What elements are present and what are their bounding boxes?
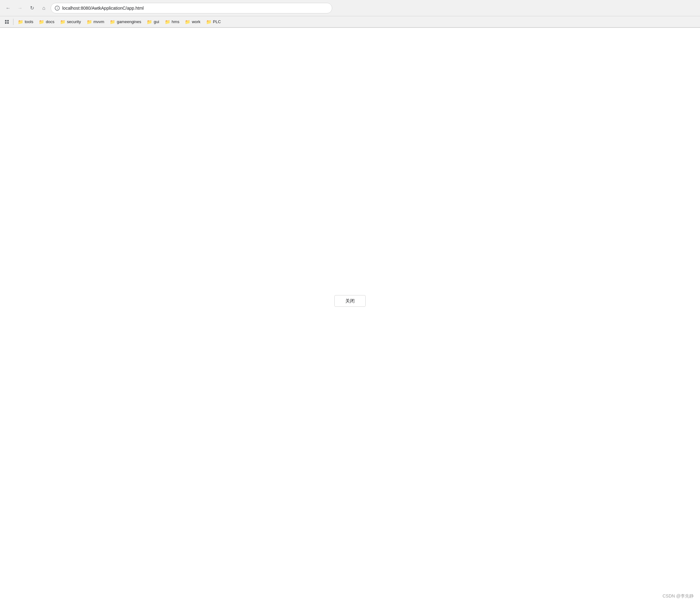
forward-icon: → (18, 5, 23, 11)
apps-button[interactable] (2, 18, 11, 26)
bookmark-item-plc[interactable]: 📁 PLC (204, 18, 223, 26)
bookmark-label-tools: tools (25, 19, 33, 24)
address-bar[interactable]: i localhost:8080/AwtkApplicationC/app.ht… (51, 3, 332, 14)
folder-icon: 📁 (147, 19, 152, 24)
bookmark-item-work[interactable]: 📁 work (182, 18, 203, 26)
folder-icon: 📁 (39, 19, 44, 24)
folder-icon: 📁 (18, 19, 23, 24)
reload-icon: ↻ (30, 5, 34, 11)
main-content: 关闭 CSDN @李先静 (0, 28, 700, 605)
reload-button[interactable]: ↻ (27, 3, 37, 13)
nav-bar: ← → ↻ ⌂ i localhost:8080/AwtkApplication… (0, 0, 700, 16)
bookmark-label-docs: docs (46, 19, 54, 24)
folder-icon: 📁 (206, 19, 211, 24)
watermark: CSDN @李先静 (662, 594, 694, 599)
url-text: localhost:8080/AwtkApplicationC/app.html (62, 6, 328, 10)
svg-text:i: i (57, 6, 57, 10)
bookmark-item-mvvm[interactable]: 📁 mvvm (84, 18, 107, 26)
folder-icon: 📁 (110, 19, 115, 24)
bookmarks-divider (13, 19, 14, 25)
forward-button[interactable]: → (15, 3, 25, 13)
bookmark-label-work: work (192, 19, 200, 24)
bookmark-label-gameengines: gameengines (117, 19, 141, 24)
browser-chrome: ← → ↻ ⌂ i localhost:8080/AwtkApplication… (0, 0, 700, 28)
folder-icon: 📁 (86, 19, 92, 24)
bookmark-label-hms: hms (172, 19, 179, 24)
back-button[interactable]: ← (3, 3, 13, 13)
bookmark-item-gameengines[interactable]: 📁 gameengines (107, 18, 144, 26)
bookmark-item-gui[interactable]: 📁 gui (144, 18, 161, 26)
bookmarks-bar: 📁 tools 📁 docs 📁 security 📁 mvvm 📁 gamee… (0, 16, 700, 27)
bookmark-label-gui: gui (154, 19, 159, 24)
folder-icon: 📁 (165, 19, 170, 24)
back-icon: ← (6, 5, 10, 11)
folder-icon: 📁 (185, 19, 190, 24)
bookmark-label-mvvm: mvvm (94, 19, 104, 24)
folder-icon: 📁 (60, 19, 65, 24)
close-button[interactable]: 关闭 (334, 295, 366, 307)
grid-icon (5, 20, 9, 24)
close-button-area: 关闭 (334, 295, 366, 307)
home-button[interactable]: ⌂ (39, 3, 49, 13)
bookmark-label-plc: PLC (213, 19, 221, 24)
bookmark-item-security[interactable]: 📁 security (57, 18, 83, 26)
bookmark-label-security: security (67, 19, 81, 24)
address-security-icon: i (55, 6, 60, 10)
bookmark-item-docs[interactable]: 📁 docs (36, 18, 57, 26)
bookmark-item-hms[interactable]: 📁 hms (162, 18, 182, 26)
home-icon: ⌂ (42, 5, 45, 11)
bookmark-item-tools[interactable]: 📁 tools (15, 18, 36, 26)
